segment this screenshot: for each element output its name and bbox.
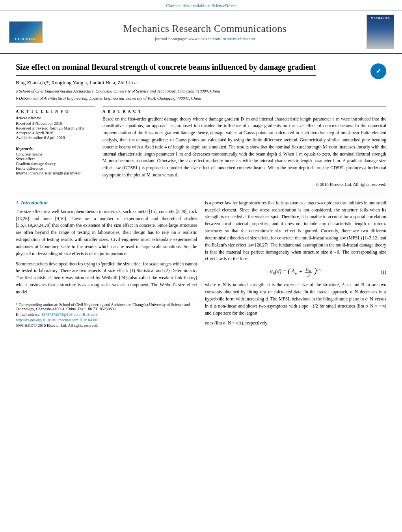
formula-content: σN(d) = ( Am + Bm d )1/2 xyxy=(270,267,322,278)
copyright: © 2016 Elsevier Ltd. All rights reserved… xyxy=(102,182,386,187)
doi-link[interactable]: http://dx.doi.org/10.1016/j.mechrescom.2… xyxy=(16,318,197,322)
crossmark-badge[interactable]: ✓ xyxy=(370,63,386,79)
keywords-label: Keywords: xyxy=(16,146,95,151)
elsevier-text: ELSEVIER xyxy=(15,37,36,41)
main-body: 1. Introduction The size effect is a wel… xyxy=(16,200,386,330)
col-article-info: A R T I C L E I N F O Article history: R… xyxy=(16,106,95,187)
issn: 0093-6413/© 2016 Elsevier Ltd. All right… xyxy=(16,323,197,328)
doi-anchor[interactable]: http://dx.doi.org/10.1016/j.mechrescom.2… xyxy=(16,318,99,322)
journal-cover: MECHANICS xyxy=(367,15,394,49)
right-para-1: is a power law for large structures that… xyxy=(205,200,386,263)
affiliations: a School of Civil Engineering and Archit… xyxy=(16,88,386,102)
right-para-2: where σ_N is nominal strength, d is the … xyxy=(205,282,386,317)
sciencedirect-link[interactable]: Contents lists available at ScienceDirec… xyxy=(166,3,236,8)
intro-para-2: Some researchers developed theories tryi… xyxy=(16,261,197,296)
article-container: Size effect on nominal flexural strength… xyxy=(0,54,402,338)
revised-date: Received in revised form 25 March 2016 xyxy=(16,126,95,130)
col-abstract: A B S T R A C T Based on the first-order… xyxy=(102,106,386,187)
intro-para-1: The size effect is a well known phenomen… xyxy=(16,208,197,258)
corresponding-note: * Corresponding author at: School of Civ… xyxy=(16,302,197,311)
body-right-col: is a power law for large structures that… xyxy=(205,200,386,330)
article-history: Article history: Received 4 November 201… xyxy=(16,116,95,140)
homepage-link[interactable]: www.elsevier.com/locate/mechrescom xyxy=(188,36,255,41)
article-info-abstract: A R T I C L E I N F O Article history: R… xyxy=(16,106,386,187)
journal-cover-title: MECHANICS xyxy=(371,17,390,20)
journal-title: Mechanics Research Communications xyxy=(51,23,359,35)
email-link[interactable]: 13787275673@163.com (B. Zhao). xyxy=(41,312,98,317)
keyword-1: Concrete beams xyxy=(16,152,95,156)
email-label: E-mail address: xyxy=(16,312,40,317)
affiliation-a: a School of Civil Engineering and Archit… xyxy=(16,88,386,95)
section-divider xyxy=(16,193,386,193)
journal-homepage: journal homepage: www.elsevier.com/locat… xyxy=(51,36,359,41)
homepage-label: journal homepage: xyxy=(155,36,187,41)
top-bar: Contents lists available at ScienceDirec… xyxy=(0,0,402,11)
right-para-3: ones (lim σ_N = √A), respectively. xyxy=(205,320,386,327)
email-note: E-mail address: 13787275673@163.com (B. … xyxy=(16,312,197,317)
elsevier-image: ELSEVIER xyxy=(9,21,43,43)
abstract-label: A B S T R A C T xyxy=(102,109,386,113)
received-date: Received 4 November 2015 xyxy=(16,121,95,126)
intro-heading: 1. Introduction xyxy=(16,200,197,206)
keyword-5: Internal characteristic length parameter xyxy=(16,171,95,175)
formula-fraction: Bm d xyxy=(305,267,312,278)
journal-header: ELSEVIER Mechanics Research Communicatio… xyxy=(0,11,402,54)
title-row: Size effect on nominal flexural strength… xyxy=(16,62,386,80)
article-title: Size effect on nominal flexural strength… xyxy=(16,62,316,76)
formula-number: (1) xyxy=(381,269,386,275)
available-date: Available online 6 April 2016 xyxy=(16,135,95,140)
keyword-4: Finite difference xyxy=(16,166,95,171)
journal-center: Mechanics Research Communications journa… xyxy=(43,23,367,41)
article-info-label: A R T I C L E I N F O xyxy=(16,109,95,113)
keyword-2: Sizes effect xyxy=(16,157,95,161)
keywords-section: Keywords: Concrete beams Sizes effect Gr… xyxy=(16,144,95,175)
formula-block: σN(d) = ( Am + Bm d )1/2 (1) xyxy=(205,267,386,278)
elsevier-logo: ELSEVIER xyxy=(8,20,43,44)
footnotes: * Corresponding author at: School of Civ… xyxy=(16,300,197,328)
history-label: Article history: xyxy=(16,116,95,120)
body-left-col: 1. Introduction The size effect is a wel… xyxy=(16,200,197,330)
affiliation-b: b Department of Architectural Engineerin… xyxy=(16,95,386,102)
keyword-3: Gradient damage theory xyxy=(16,161,95,166)
abstract-text: Based on the first-order gradient damage… xyxy=(102,116,386,179)
accepted-date: Accepted 4 April 2016 xyxy=(16,131,95,135)
authors: Bing Zhao a,b,*, Rongfeng Yang a, Jianhu… xyxy=(16,80,386,86)
